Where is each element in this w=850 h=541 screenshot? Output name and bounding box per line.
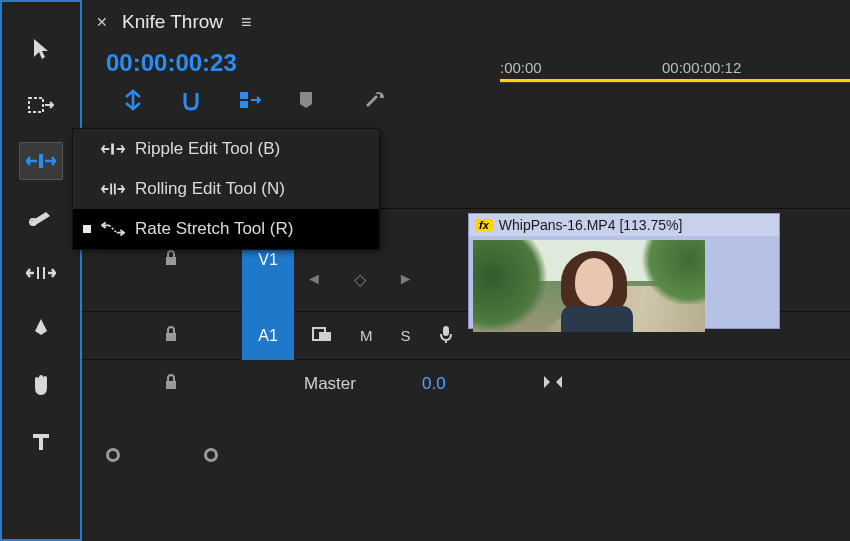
flyout-label: Ripple Edit Tool (B): [135, 139, 280, 159]
rolling-edit-icon: [101, 181, 125, 197]
zoom-handle-left[interactable]: [106, 448, 120, 462]
lock-icon[interactable]: [164, 373, 178, 395]
svg-rect-0: [29, 98, 43, 112]
edit-tool-flyout: Ripple Edit Tool (B) Rolling Edit Tool (…: [72, 128, 380, 250]
clip-thumbnail: [473, 240, 705, 332]
close-icon[interactable]: ✕: [96, 14, 108, 30]
wrench-icon[interactable]: [364, 89, 386, 111]
svg-rect-10: [319, 332, 331, 341]
svg-rect-8: [166, 333, 176, 341]
voiceover-icon[interactable]: [439, 324, 453, 347]
snap-icon[interactable]: [180, 89, 202, 111]
insert-overwrite-icon[interactable]: [122, 89, 144, 111]
ruler-tick: :00:00: [500, 59, 542, 76]
svg-rect-6: [240, 101, 248, 108]
solo-button[interactable]: S: [401, 327, 411, 344]
track-target-a1[interactable]: A1: [242, 312, 294, 360]
sync-lock-icon[interactable]: [312, 326, 332, 345]
zoom-scrollbar[interactable]: [82, 408, 850, 462]
type-tool[interactable]: [19, 422, 63, 460]
next-keyframe-icon[interactable]: ►: [398, 270, 414, 288]
flyout-label: Rolling Edit Tool (N): [135, 179, 285, 199]
selection-tool[interactable]: [19, 30, 63, 68]
hand-tool[interactable]: [19, 366, 63, 404]
slip-tool[interactable]: [19, 254, 63, 292]
svg-rect-11: [443, 326, 449, 336]
flyout-ripple-edit[interactable]: Ripple Edit Tool (B): [73, 129, 379, 169]
svg-rect-7: [166, 257, 176, 265]
keyframe-nav: ◄ ◇ ►: [294, 270, 454, 289]
svg-rect-13: [111, 143, 114, 154]
stereo-icon[interactable]: [542, 374, 564, 394]
tool-palette: [0, 0, 82, 541]
master-volume[interactable]: 0.0: [356, 374, 446, 394]
svg-rect-14: [110, 183, 112, 194]
add-keyframe-icon[interactable]: ◇: [354, 270, 366, 289]
svg-rect-5: [240, 92, 248, 99]
zoom-handle-right[interactable]: [204, 448, 218, 462]
fx-badge[interactable]: fx: [475, 219, 493, 231]
playhead-timecode[interactable]: 00:00:00:23: [106, 49, 237, 77]
pen-tool[interactable]: [19, 310, 63, 348]
mute-button[interactable]: M: [360, 327, 373, 344]
lock-icon[interactable]: [164, 249, 178, 271]
ruler-tick: 00:00:00:12: [662, 59, 741, 76]
sequence-title[interactable]: Knife Throw: [122, 11, 223, 33]
razor-tool[interactable]: [19, 198, 63, 236]
ripple-edit-tool[interactable]: [19, 142, 63, 180]
work-area-bar[interactable]: [500, 79, 850, 82]
svg-rect-12: [166, 381, 176, 389]
master-label: Master: [294, 374, 356, 394]
time-ruler[interactable]: :00:00 00:00:00:12: [500, 82, 850, 118]
ripple-edit-icon: [101, 141, 125, 157]
prev-keyframe-icon[interactable]: ◄: [306, 270, 322, 288]
lock-icon[interactable]: [164, 325, 178, 347]
track-select-tool[interactable]: [19, 86, 63, 124]
marker-icon[interactable]: [298, 90, 314, 110]
clip-label: WhipPans-16.MP4 [113.75%]: [499, 217, 683, 233]
svg-rect-3: [37, 267, 39, 279]
master-track: Master 0.0: [82, 360, 850, 408]
timeline-options: [82, 82, 500, 118]
sequence-tabbar: ✕ Knife Throw ≡: [82, 0, 850, 44]
video-clip[interactable]: fx WhipPans-16.MP4 [113.75%]: [468, 213, 780, 329]
svg-rect-4: [43, 267, 45, 279]
timeline-panel: ✕ Knife Throw ≡ 00:00:00:23 :00:00 00:00…: [82, 0, 850, 541]
flyout-rate-stretch[interactable]: Rate Stretch Tool (R): [73, 209, 379, 249]
flyout-label: Rate Stretch Tool (R): [135, 219, 293, 239]
panel-menu-icon[interactable]: ≡: [237, 12, 252, 33]
flyout-rolling-edit[interactable]: Rolling Edit Tool (N): [73, 169, 379, 209]
rate-stretch-icon: [101, 221, 125, 237]
linked-selection-icon[interactable]: [238, 89, 262, 111]
svg-rect-1: [39, 154, 43, 168]
svg-rect-15: [114, 183, 116, 194]
